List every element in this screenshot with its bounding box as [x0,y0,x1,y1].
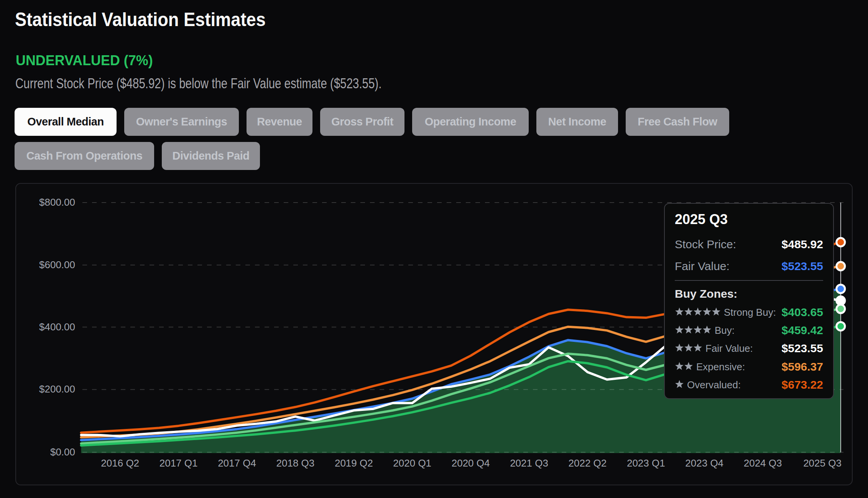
svg-text:2024 Q3: 2024 Q3 [744,457,782,469]
svg-text:2025 Q3: 2025 Q3 [803,457,842,469]
svg-text:2017 Q1: 2017 Q1 [159,457,198,469]
svg-text:2023 Q1: 2023 Q1 [627,457,665,469]
svg-text:2020 Q4: 2020 Q4 [452,457,490,469]
svg-text:2019 Q2: 2019 Q2 [335,457,373,469]
svg-text:2016 Q2: 2016 Q2 [101,457,139,469]
svg-text:$600.00: $600.00 [39,259,75,270]
svg-text:2021 Q3: 2021 Q3 [510,457,548,469]
svg-text:2018 Q3: 2018 Q3 [276,457,315,469]
svg-text:$400.00: $400.00 [39,321,75,333]
svg-text:$200.00: $200.00 [39,383,75,395]
svg-text:2023 Q4: 2023 Q4 [685,457,723,469]
svg-text:2020 Q1: 2020 Q1 [393,457,431,469]
svg-text:$0.00: $0.00 [50,446,75,458]
svg-text:$800.00: $800.00 [39,196,75,208]
svg-text:2017 Q4: 2017 Q4 [218,457,256,469]
svg-text:2022 Q2: 2022 Q2 [569,457,607,469]
